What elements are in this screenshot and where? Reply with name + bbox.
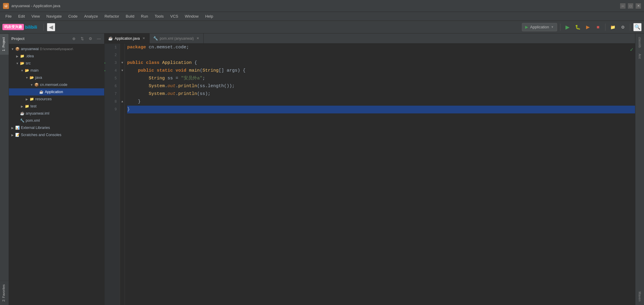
- project-structure-button[interactable]: 📁: [608, 23, 617, 31]
- run-coverage-button[interactable]: ▶: [584, 23, 592, 31]
- settings-button[interactable]: ⚙: [619, 23, 627, 31]
- toolbar-separator-3: [605, 24, 605, 31]
- tree-leaf-spacer-iml: ▶: [15, 111, 20, 116]
- menu-run[interactable]: Run: [138, 13, 151, 20]
- tree-item-test[interactable]: ▶ 📁 test: [9, 103, 104, 110]
- stop-button[interactable]: ■: [594, 23, 602, 31]
- tree-label-external-libs: External Libraries: [21, 126, 50, 130]
- tree-item-iml[interactable]: ▶ ☕ anyuanwai.iml: [9, 110, 104, 117]
- expand-arrow-test[interactable]: ▶: [20, 104, 24, 109]
- tree-label-package: cn.memset.code: [40, 83, 67, 87]
- fold-7: [120, 90, 125, 98]
- menu-vcs[interactable]: VCS: [167, 13, 181, 20]
- main-layout: 1: Project 2: Favorites Project ⊕ ⇅ ⚙ — …: [0, 33, 644, 305]
- project-tab[interactable]: 1: Project: [0, 33, 9, 55]
- fold-marker-4[interactable]: ▼: [121, 67, 123, 75]
- folder-src-icon: 📂: [20, 61, 24, 66]
- keyword-static: static: [157, 67, 173, 75]
- expand-arrow-package[interactable]: ▼: [29, 82, 34, 87]
- tree-item-src[interactable]: ▼ 📂 src: [9, 60, 104, 67]
- run-config-dropdown[interactable]: ▶ Application ▼: [522, 23, 557, 31]
- editor-tab-pom[interactable]: 🔧 pom.xml (anyuanwai) ✕: [150, 33, 204, 43]
- run-config-label: Application: [530, 25, 549, 29]
- menu-refactor[interactable]: Refactor: [102, 13, 122, 20]
- package-icon: 📦: [34, 82, 39, 87]
- expand-arrow-idea[interactable]: ▶: [15, 54, 20, 58]
- menu-tools[interactable]: Tools: [152, 13, 167, 20]
- project-close-button[interactable]: —: [96, 36, 102, 42]
- close-button[interactable]: ✕: [636, 3, 641, 9]
- code-content[interactable]: ✓ package cn.memset.code; public class A…: [125, 44, 635, 305]
- menu-file[interactable]: File: [2, 13, 15, 20]
- tree-item-pom[interactable]: ▶ 🔧 pom.xml: [9, 117, 104, 124]
- expand-arrow-scratches[interactable]: ▶: [10, 133, 15, 137]
- tree-label-test: test: [30, 104, 36, 108]
- menu-help[interactable]: Help: [202, 13, 216, 20]
- right-tab-ant[interactable]: Ant: [637, 51, 643, 61]
- expand-arrow-external-libs[interactable]: ▶: [10, 125, 15, 130]
- maximize-button[interactable]: □: [628, 3, 633, 9]
- tree-leaf-spacer: ▶: [34, 90, 39, 94]
- fold-marker-8[interactable]: ▲: [121, 98, 123, 106]
- expand-arrow-main[interactable]: ▼: [20, 68, 24, 73]
- run-marker-3[interactable]: ▶: [104, 59, 106, 67]
- code-line-7: System . out . println (ss);: [127, 90, 635, 98]
- menu-edit[interactable]: Edit: [15, 13, 28, 20]
- code-editor[interactable]: 1 2 ▶ 3 ▶ 4 5 6: [104, 44, 635, 305]
- class-string-1: String: [202, 67, 219, 75]
- code-line-1: package cn.memset.code;: [127, 44, 635, 51]
- project-settings-button[interactable]: ⚙: [87, 36, 93, 42]
- run-marker-4[interactable]: ▶: [104, 67, 106, 75]
- tree-item-external-libs[interactable]: ▶ 📊 External Libraries: [9, 124, 104, 131]
- debug-button[interactable]: 🐛: [574, 23, 582, 31]
- class-string-2: String: [149, 75, 165, 82]
- window-controls[interactable]: ─ □ ✕: [620, 3, 641, 9]
- xml-file-icon: 🔧: [20, 118, 24, 123]
- menu-analyze[interactable]: Analyze: [81, 13, 101, 20]
- project-tree: ▼ 📦 anyuanwai D:\cnmemset\ysspace\ ▶ 📁 .…: [9, 44, 104, 305]
- tree-item-scratches[interactable]: ▶ 📝 Scratches and Consoles: [9, 131, 104, 138]
- expand-arrow-anyuanwai[interactable]: ▼: [10, 47, 15, 51]
- menu-navigate[interactable]: Navigate: [43, 13, 64, 20]
- gutter-line-4: ▶ 4: [104, 67, 119, 75]
- tree-item-package[interactable]: ▼ 📦 cn.memset.code: [9, 81, 104, 88]
- menu-build[interactable]: Build: [123, 13, 137, 20]
- class-system-1: System: [149, 82, 165, 90]
- tree-item-application[interactable]: ▶ ☕ Application: [9, 88, 104, 95]
- fold-5: [120, 75, 125, 82]
- close-tab-application[interactable]: ✕: [142, 36, 146, 41]
- project-expand-button[interactable]: ⇅: [79, 36, 85, 42]
- fold-marker-3[interactable]: ▼: [121, 59, 123, 67]
- fold-4: ▼: [120, 67, 125, 75]
- tree-label-java: java: [35, 76, 42, 80]
- search-everywhere-button[interactable]: 🔍: [633, 23, 642, 31]
- editor-area: ☕ Application.java ✕ 🔧 pom.xml (anyuanwa…: [104, 33, 635, 305]
- back-button[interactable]: ◀: [47, 23, 55, 31]
- menu-window[interactable]: Window: [182, 13, 202, 20]
- tree-item-main[interactable]: ▼ 📂 main: [9, 67, 104, 74]
- iml-file-icon: ☕: [20, 111, 24, 116]
- run-button[interactable]: ▶: [563, 23, 572, 31]
- tree-item-resources[interactable]: ▶ 📁 resources: [9, 95, 104, 103]
- toolbar-separator-2: [560, 24, 560, 31]
- minimize-button[interactable]: ─: [620, 3, 625, 9]
- right-tab-maven[interactable]: Maven: [637, 289, 643, 304]
- project-add-button[interactable]: ⊕: [71, 36, 77, 42]
- expand-arrow-resources[interactable]: ▶: [24, 97, 29, 101]
- tree-item-idea[interactable]: ▶ 📁 .idea: [9, 53, 104, 60]
- expand-arrow-src[interactable]: ▼: [15, 61, 20, 66]
- tree-item-java[interactable]: ▼ 📂 java: [9, 74, 104, 81]
- close-tab-pom[interactable]: ✕: [196, 36, 200, 41]
- menu-view[interactable]: View: [28, 13, 43, 20]
- right-tab-classlib[interactable]: classlib: [637, 35, 643, 50]
- code-line-5: String ss = "安员外a" ;: [127, 75, 635, 82]
- favorites-tab[interactable]: 2: Favorites: [0, 281, 9, 305]
- tree-item-anyuanwai[interactable]: ▼ 📦 anyuanwai D:\cnmemset\ysspace\: [9, 45, 104, 53]
- tree-label-application: Application: [45, 90, 63, 94]
- code-line-2: [127, 51, 635, 59]
- project-panel: Project ⊕ ⇅ ⚙ — ▼ 📦 anyuanwai D:\cnmemse…: [9, 33, 104, 305]
- editor-tab-application[interactable]: ☕ Application.java ✕: [104, 33, 150, 43]
- expand-arrow-java[interactable]: ▼: [24, 75, 29, 80]
- fold-3: ▼: [120, 59, 125, 67]
- menu-code[interactable]: Code: [65, 13, 81, 20]
